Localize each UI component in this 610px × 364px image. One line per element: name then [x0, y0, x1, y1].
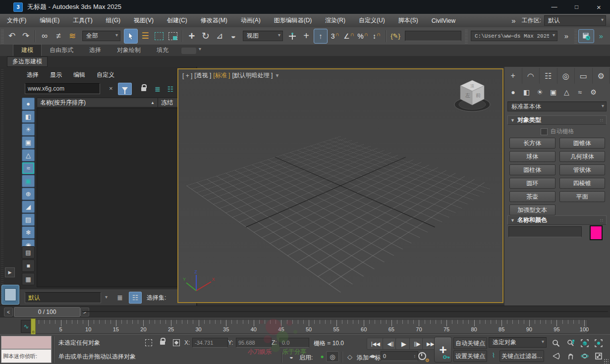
autogrid-checkbox[interactable]	[541, 128, 548, 135]
previous-frame-slider-button[interactable]: <	[4, 308, 13, 316]
auto-key-button[interactable]: 自动关键点	[453, 337, 487, 349]
menu-item[interactable]: 文件(F)	[7, 16, 26, 25]
viewport-pov-label[interactable]: [透视 ]	[194, 71, 211, 80]
menu-item[interactable]: 组(G)	[106, 16, 120, 25]
zoom-button[interactable]	[549, 337, 563, 349]
explorer-tool-button[interactable]: ■	[22, 260, 35, 272]
create-category-button[interactable]: △	[560, 86, 573, 99]
clear-search-icon[interactable]: ×	[109, 85, 113, 92]
viewport-general-menu[interactable]: [ + ]	[182, 72, 192, 79]
explorer-display-filter-button[interactable]: ☀	[22, 123, 35, 136]
angle-snap-button[interactable]: ∠∩	[342, 29, 355, 43]
select-and-place-button[interactable]: ◒	[227, 29, 240, 43]
primitive-button[interactable]: 几何球体	[559, 151, 606, 162]
menu-item[interactable]: 自定义(U)	[359, 16, 385, 25]
field-of-view-button[interactable]	[549, 350, 563, 362]
selection-filter-dropdown[interactable]: 全部	[82, 31, 120, 41]
menu-item[interactable]: 工具(T)	[73, 16, 92, 25]
mini-curve-editor-button[interactable]: ∿	[21, 320, 32, 333]
create-category-button[interactable]: ⚙	[587, 86, 600, 99]
toolbar-grip[interactable]	[1, 29, 4, 44]
viewport-style-label[interactable]: [标准 ]	[213, 71, 230, 80]
footsteps-icon[interactable]: ⌇	[489, 350, 499, 360]
named-selection-sets-field[interactable]	[405, 31, 461, 41]
project-path-dropdown[interactable]: C:\Users\ww⋯ds Max 2025	[471, 31, 557, 41]
menu-item[interactable]: 脚本(S)	[398, 16, 418, 25]
toolbar-end-chevrons[interactable]: »	[595, 29, 608, 43]
toolbar-grip[interactable]	[465, 29, 468, 44]
spinner-snap-button[interactable]: ↕∩	[370, 29, 383, 43]
time-slider-handle[interactable]: 0 / 100	[14, 307, 80, 317]
select-and-link-icon[interactable]: ∞	[38, 29, 51, 43]
select-and-move-button[interactable]: +	[185, 29, 198, 43]
undo-button[interactable]: ↶	[5, 29, 18, 43]
explorer-menu-item[interactable]: 编辑	[73, 71, 85, 79]
viewcube[interactable]: 左 前 顶	[451, 76, 494, 117]
create-category-button[interactable]: ☀	[533, 86, 547, 99]
create-category-button[interactable]: ●	[506, 86, 520, 99]
primitive-button[interactable]: 圆环	[509, 178, 555, 189]
polygon-modeling-panel-button[interactable]: 多边形建模	[7, 56, 48, 67]
menu-item[interactable]: 编辑(E)	[40, 16, 59, 25]
zoom-extents-all-button[interactable]	[592, 337, 606, 349]
set-keys-button[interactable]: +	[434, 337, 452, 363]
redo-button[interactable]: ↷	[19, 29, 32, 43]
expand-hierarchy-icon[interactable]: ≣	[152, 83, 164, 95]
use-center-flyout-button[interactable]	[286, 29, 299, 43]
bind-to-spacewarp-icon[interactable]: ≋	[66, 29, 79, 43]
key-mode-dropdown[interactable]: 选定对象	[489, 337, 547, 348]
explorer-display-filter-button[interactable]: ◧	[22, 110, 35, 123]
y-coord-field[interactable]: 95.688	[236, 338, 272, 348]
select-and-scale-button[interactable]: ⊿	[213, 29, 226, 43]
orbit-button[interactable]	[578, 350, 592, 362]
close-button[interactable]: ×	[588, 0, 610, 14]
ribbon-tab[interactable]: 选择	[81, 45, 109, 56]
create-category-button[interactable]: ▣	[547, 86, 560, 99]
ribbon-tab[interactable]: 自由形式	[42, 45, 81, 56]
name-color-rollout-header[interactable]: ▼ 名称和颜色 ∷	[507, 215, 607, 225]
window-resize-grip[interactable]	[604, 359, 609, 364]
zero-ring-button[interactable]: ◎	[326, 351, 339, 362]
command-panel-tab[interactable]: ⚙	[593, 68, 610, 84]
hierarchy-view-icon[interactable]: ☷	[129, 292, 142, 304]
macro-recorder-field[interactable]	[1, 336, 52, 349]
command-panel-tab[interactable]: +	[504, 68, 522, 84]
explorer-display-filter-button[interactable]: ⊕	[22, 188, 35, 200]
time-configuration-button[interactable]: ⚙	[417, 351, 427, 361]
menu-item[interactable]: 视图(V)	[134, 16, 154, 25]
explorer-menu-item[interactable]: 选择	[27, 71, 39, 79]
snap-3d-button[interactable]: 3∩	[329, 29, 341, 43]
ribbon-display-dropdown[interactable]	[181, 48, 196, 54]
key-mode-toggle[interactable]: ◀▶	[368, 351, 378, 361]
create-category-button[interactable]: ≈	[573, 86, 587, 99]
layer-explorer-icon[interactable]: ≣	[114, 292, 126, 303]
set-key-button[interactable]: 设置关键点	[453, 350, 487, 362]
expand-panel-button[interactable]: ▶	[5, 267, 15, 277]
select-and-manipulate-button[interactable]: +	[300, 29, 313, 43]
go-to-start-button[interactable]: |◀◀	[367, 338, 385, 350]
primitive-button[interactable]: 球体	[509, 151, 555, 162]
explorer-menu-item[interactable]: 自定义	[97, 71, 114, 79]
next-frame-slider-button[interactable]: >	[80, 308, 89, 316]
ribbon-tab[interactable]: 填充	[149, 45, 176, 56]
preset-dropdown[interactable]: 默认	[25, 292, 101, 303]
primitive-button[interactable]: 管状体	[559, 164, 606, 175]
menu-item[interactable]: 创建(C)	[167, 16, 187, 25]
command-panel-tab[interactable]: ◠	[522, 68, 540, 84]
primitive-button[interactable]: 平面	[559, 191, 606, 202]
frame-spinner-icon[interactable]: ↕	[414, 354, 416, 359]
time-slider-track[interactable]	[82, 311, 608, 312]
z-coord-field[interactable]: 0.0	[279, 338, 309, 348]
primitive-button[interactable]: 长方体	[509, 138, 555, 149]
primitive-button[interactable]: 圆锥体	[559, 138, 606, 149]
select-object-button[interactable]	[124, 29, 138, 44]
command-panel-tab[interactable]: ▭	[575, 68, 593, 84]
explorer-object-list[interactable]	[37, 108, 193, 287]
viewport-shading-label[interactable]: [默认明暗处理 ]	[232, 71, 273, 80]
explorer-menu-item[interactable]: 显示	[50, 71, 62, 79]
time-tag-cube-icon[interactable]: ◇	[345, 352, 355, 362]
x-coord-field[interactable]: -34.731	[192, 338, 228, 348]
timeline-ruler[interactable]: 5101520253035404550556065707580859095100	[31, 319, 588, 334]
save-file-button[interactable]	[578, 29, 594, 43]
menu-item[interactable]: 图形编辑器(D)	[274, 16, 312, 25]
